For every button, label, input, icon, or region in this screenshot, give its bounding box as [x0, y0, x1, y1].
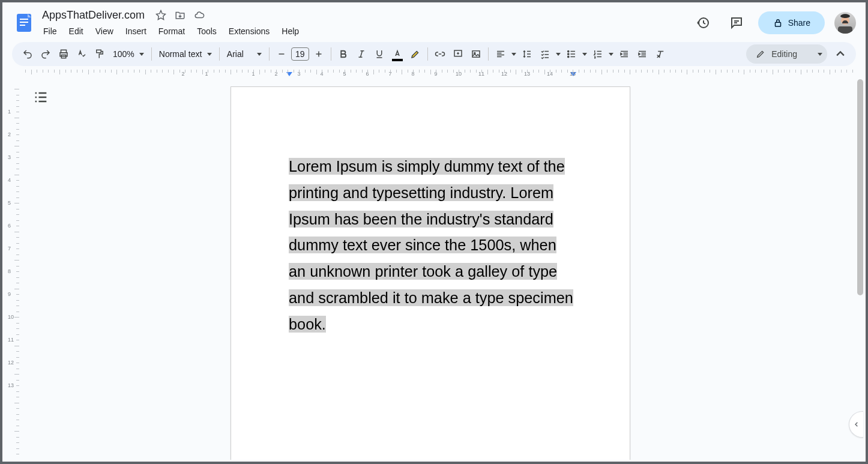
align-button[interactable] [492, 46, 509, 62]
svg-rect-13 [472, 51, 480, 58]
selected-text[interactable]: Lorem Ipsum is simply dummy text of the … [289, 158, 573, 333]
share-label: Share [788, 18, 810, 28]
svg-rect-11 [97, 50, 101, 53]
svg-rect-3 [20, 25, 25, 26]
print-button[interactable] [55, 46, 72, 62]
ruler-label: 1 [8, 109, 11, 115]
chevron-down-icon [818, 53, 822, 56]
move-icon[interactable] [175, 10, 185, 20]
svg-point-17 [567, 56, 568, 57]
menu-help[interactable]: Help [277, 24, 304, 38]
underline-button[interactable] [371, 46, 388, 62]
ruler-label: 13 [8, 382, 14, 388]
redo-button[interactable] [37, 46, 54, 62]
checklist-button[interactable] [537, 46, 553, 62]
font-select[interactable]: Arial [223, 46, 265, 62]
editing-label: Editing [771, 49, 797, 59]
svg-point-16 [567, 53, 568, 55]
ruler-label: 9 [8, 291, 11, 297]
share-button[interactable]: Share [758, 11, 825, 34]
editing-mode-select[interactable]: Editing [746, 44, 827, 64]
vertical-ruler[interactable]: 2 1 1 2 3 4 5 6 7 8 9 10 11 12 13 [4, 79, 21, 460]
ruler-label: 2 [181, 71, 184, 77]
pencil-icon [756, 49, 765, 59]
vertical-scrollbar[interactable] [857, 79, 863, 319]
checklist-dropdown[interactable] [555, 46, 562, 62]
menu-tools[interactable]: Tools [192, 24, 222, 38]
decrease-indent-button[interactable] [616, 46, 633, 62]
font-size-decrease[interactable] [273, 46, 290, 62]
lock-icon [773, 17, 783, 28]
bulleted-list-button[interactable] [563, 46, 580, 62]
separator [219, 47, 220, 61]
increase-indent-button[interactable] [634, 46, 651, 62]
svg-rect-2 [20, 22, 28, 23]
separator [331, 47, 331, 61]
text-color-button[interactable] [389, 46, 406, 62]
outline-toggle-button[interactable] [32, 89, 49, 106]
scrollbar-thumb[interactable] [857, 79, 863, 295]
history-icon[interactable] [691, 11, 715, 35]
bold-button[interactable] [335, 46, 352, 62]
document-body[interactable]: Lorem Ipsum is simply dummy text of the … [289, 154, 576, 337]
menu-format[interactable]: Format [154, 24, 190, 38]
toolbar: 100% Normal text Arial 19 Editing [12, 42, 856, 66]
svg-rect-5 [775, 22, 780, 26]
document-title[interactable]: AppsThatDeliver.com [38, 8, 148, 23]
menu-extensions[interactable]: Extensions [224, 24, 274, 38]
separator [427, 47, 428, 61]
separator [151, 47, 152, 61]
paragraph-style-select[interactable]: Normal text [155, 46, 215, 62]
menu-edit[interactable]: Edit [64, 24, 88, 38]
clear-formatting-button[interactable] [652, 46, 669, 62]
menubar: File Edit View Insert Format Tools Exten… [38, 24, 304, 38]
document-canvas[interactable]: Lorem Ipsum is simply dummy text of the … [22, 79, 863, 460]
horizontal-ruler[interactable]: 2 1 1 2 3 4 5 6 7 8 9 10 11 12 13 14 15 [22, 70, 856, 79]
chevron-down-icon [257, 53, 262, 56]
menu-insert[interactable]: Insert [121, 24, 151, 38]
ruler-label: 2 [8, 131, 11, 137]
ruler-label: 3 [8, 154, 11, 160]
star-icon[interactable] [155, 10, 166, 20]
ruler-label: 8 [8, 268, 11, 274]
docs-logo[interactable] [12, 11, 36, 35]
undo-button[interactable] [19, 46, 36, 62]
spellcheck-button[interactable] [73, 46, 90, 62]
numbered-list-button[interactable] [589, 46, 606, 62]
document-page[interactable]: Lorem Ipsum is simply dummy text of the … [231, 86, 630, 460]
font-size-increase[interactable] [310, 46, 327, 62]
ruler-label: 6 [8, 223, 11, 229]
italic-button[interactable] [353, 46, 370, 62]
cloud-icon[interactable] [194, 10, 205, 20]
align-dropdown[interactable] [510, 46, 517, 62]
highlight-button[interactable] [407, 46, 424, 62]
ruler-label: 11 [8, 337, 14, 343]
svg-rect-7 [838, 26, 852, 34]
bulleted-dropdown[interactable] [581, 46, 588, 62]
collapse-toolbar-button[interactable] [832, 46, 849, 62]
comments-icon[interactable] [725, 11, 749, 35]
ruler-label: 10 [8, 314, 14, 320]
separator [269, 47, 270, 61]
menu-file[interactable]: File [38, 24, 62, 38]
ruler-label: 12 [8, 360, 14, 366]
paint-format-button[interactable] [91, 46, 108, 62]
svg-point-15 [567, 50, 568, 52]
numbered-dropdown[interactable] [607, 46, 615, 62]
line-spacing-button[interactable] [519, 46, 535, 62]
chevron-down-icon [207, 53, 212, 56]
ruler-label: 5 [8, 200, 11, 206]
zoom-select[interactable]: 100% [109, 46, 148, 62]
add-comment-button[interactable] [450, 46, 466, 62]
ruler-label: 4 [8, 177, 11, 183]
insert-image-button[interactable] [468, 46, 484, 62]
svg-rect-1 [20, 19, 28, 20]
chevron-down-icon [139, 53, 144, 56]
zoom-value: 100% [113, 49, 134, 59]
ruler-label: 7 [8, 246, 11, 252]
header: AppsThatDeliver.com File Edit View Inser… [2, 2, 866, 40]
font-size-input[interactable]: 19 [291, 47, 309, 61]
avatar[interactable] [834, 12, 856, 34]
insert-link-button[interactable] [432, 46, 448, 62]
menu-view[interactable]: View [91, 24, 118, 38]
